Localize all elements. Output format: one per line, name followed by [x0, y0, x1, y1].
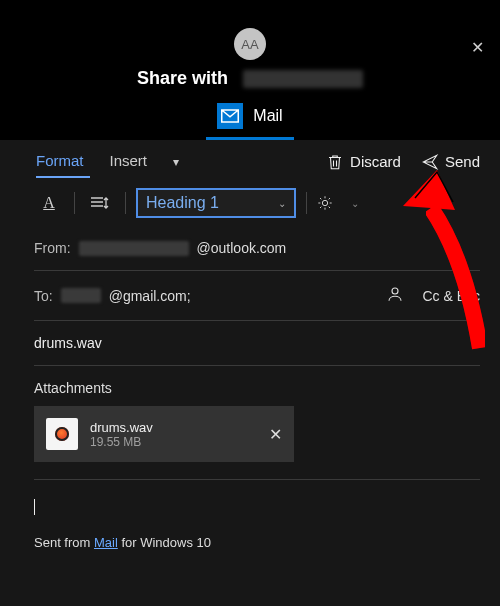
app-tab-mail[interactable]: Mail [0, 103, 500, 137]
attachment-thumb [46, 418, 78, 450]
font-color-icon[interactable]: A [34, 188, 64, 218]
send-button[interactable]: Send [421, 153, 480, 171]
to-domain: @gmail.com; [109, 288, 191, 304]
signature-suffix: for Windows 10 [118, 535, 211, 550]
separator [34, 466, 480, 480]
discard-label: Discard [350, 153, 401, 170]
text-cursor [34, 499, 35, 515]
paragraph-icon[interactable] [85, 188, 115, 218]
svg-point-0 [322, 200, 327, 205]
share-title: Share with [0, 68, 500, 89]
attachment-name: drums.wav [90, 420, 257, 435]
to-label: To: [34, 288, 53, 304]
message-body[interactable] [0, 480, 500, 515]
chevron-down-icon: ⌄ [351, 198, 359, 209]
from-redacted [79, 241, 189, 256]
separator [74, 192, 75, 214]
svg-point-1 [392, 288, 398, 294]
to-redacted [61, 288, 101, 303]
attachments-label: Attachments [34, 366, 480, 406]
separator [125, 192, 126, 214]
theme-dropdown[interactable]: ⌄ [317, 195, 359, 211]
ccbcc-button[interactable]: Cc & Bcc [422, 288, 480, 304]
send-label: Send [445, 153, 480, 170]
attachment-chip[interactable]: drums.wav 19.55 MB ✕ [34, 406, 294, 462]
contact-picker-icon[interactable] [386, 285, 404, 306]
discard-button[interactable]: Discard [326, 153, 401, 171]
avatar: AA [234, 28, 266, 60]
signature-prefix: Sent from [34, 535, 94, 550]
style-value: Heading 1 [146, 194, 219, 212]
from-domain: @outlook.com [197, 240, 287, 256]
trash-icon [326, 153, 344, 171]
mail-icon [217, 103, 243, 129]
style-dropdown[interactable]: Heading 1 ⌄ [136, 188, 296, 218]
signature-link[interactable]: Mail [94, 535, 118, 550]
share-prefix: Share with [137, 68, 228, 88]
tab-format[interactable]: Format [36, 146, 84, 177]
tab-insert[interactable]: Insert [110, 146, 148, 177]
from-label: From: [34, 240, 71, 256]
chevron-down-icon[interactable]: ▾ [173, 155, 179, 169]
chevron-down-icon: ⌄ [278, 198, 286, 209]
subject-field[interactable]: drums.wav [34, 321, 480, 366]
to-field[interactable]: To: @gmail.com; Cc & Bcc [34, 271, 480, 321]
share-contact-redacted [243, 70, 363, 88]
close-icon[interactable]: ✕ [471, 38, 484, 57]
attachment-size: 19.55 MB [90, 435, 257, 449]
app-tab-label: Mail [253, 107, 282, 125]
separator [306, 192, 307, 214]
sun-icon [317, 195, 333, 211]
from-field: From: @outlook.com [34, 226, 480, 271]
signature: Sent from Mail for Windows 10 [0, 515, 500, 550]
remove-attachment-icon[interactable]: ✕ [269, 425, 282, 444]
send-icon [421, 153, 439, 171]
